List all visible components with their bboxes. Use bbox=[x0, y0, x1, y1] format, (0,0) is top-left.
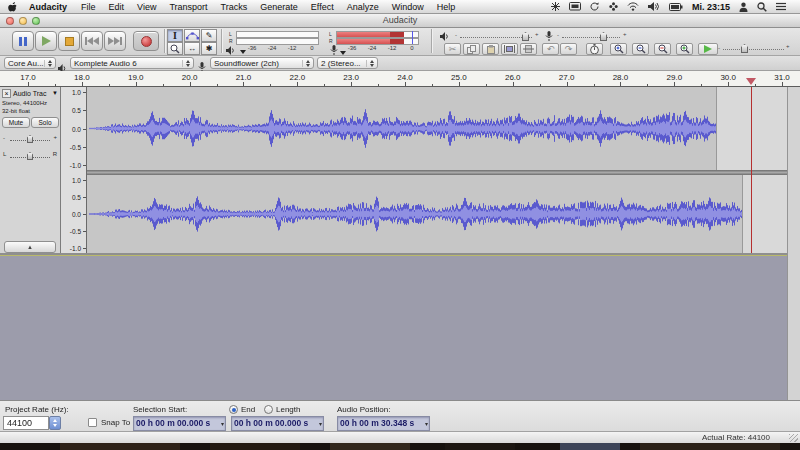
timeline-ruler[interactable]: 17.018.019.020.021.022.023.024.025.026.0… bbox=[0, 71, 800, 87]
envelope-tool-button[interactable] bbox=[184, 29, 200, 42]
menu-effect[interactable]: Effect bbox=[311, 2, 334, 12]
input-volume-thumb[interactable] bbox=[600, 32, 607, 41]
stop-button[interactable] bbox=[58, 31, 80, 51]
paste-icon bbox=[487, 45, 495, 54]
menu-analyze[interactable]: Analyze bbox=[347, 2, 379, 12]
sync-icon[interactable] bbox=[590, 2, 600, 11]
menu-edit[interactable]: Edit bbox=[109, 2, 125, 12]
field-dropdown-icon[interactable]: ▾ bbox=[319, 420, 322, 427]
track-menu-arrow-icon[interactable]: ▼ bbox=[52, 90, 58, 96]
play-at-speed-button[interactable] bbox=[698, 43, 718, 55]
skip-to-end-button[interactable] bbox=[104, 31, 126, 51]
timeline-label: 19.0 bbox=[128, 73, 144, 82]
solo-button[interactable]: Solo bbox=[31, 117, 59, 128]
menu-generate[interactable]: Generate bbox=[260, 2, 298, 12]
wifi-icon[interactable] bbox=[627, 2, 639, 11]
vertical-ruler-tick bbox=[83, 248, 86, 249]
paste-button[interactable] bbox=[482, 43, 499, 55]
zoom-in-button[interactable] bbox=[610, 43, 627, 55]
mute-button[interactable]: Mute bbox=[2, 117, 30, 128]
fit-project-button[interactable] bbox=[676, 43, 693, 55]
vertical-ruler-tick bbox=[83, 92, 86, 93]
rewind-icon bbox=[85, 37, 99, 45]
track-close-button[interactable]: × bbox=[2, 89, 11, 98]
field-dropdown-icon[interactable]: ▾ bbox=[425, 420, 428, 427]
trim-button[interactable] bbox=[501, 43, 518, 55]
undo-button[interactable]: ↶ bbox=[542, 43, 559, 55]
menu-file[interactable]: File bbox=[81, 2, 96, 12]
display-icon[interactable] bbox=[569, 2, 581, 11]
vertical-ruler[interactable]: 1.00.50.0-0.5-1.01.00.50.0-0.5-1.0 bbox=[61, 87, 87, 256]
time-shift-tool-button[interactable]: ↔ bbox=[184, 42, 200, 55]
fan-icon[interactable] bbox=[609, 2, 618, 11]
selection-end-field[interactable]: 00 h 00 m 00.000 s▾ bbox=[231, 416, 324, 431]
play-speed-thumb[interactable] bbox=[741, 44, 748, 53]
brightness-icon[interactable] bbox=[551, 2, 560, 11]
input-device-dropdown[interactable]: Soundflower (2ch) bbox=[210, 57, 314, 69]
timeline-major-tick bbox=[405, 82, 406, 86]
menu-window[interactable]: Window bbox=[392, 2, 424, 12]
playback-meter-left[interactable] bbox=[236, 31, 319, 38]
play-speed-slider[interactable] bbox=[723, 49, 784, 50]
selection-start-field[interactable]: 00 h 00 m 00.000 s▾ bbox=[133, 416, 226, 431]
field-dropdown-icon[interactable]: ▾ bbox=[221, 420, 224, 427]
waveform-channel-right[interactable] bbox=[87, 175, 787, 253]
menu-transport[interactable]: Transport bbox=[169, 2, 207, 12]
record-button[interactable] bbox=[133, 31, 159, 51]
record-meter-left[interactable] bbox=[336, 31, 419, 38]
meter-tick-label: -24 bbox=[368, 45, 377, 51]
track-name[interactable]: Audio Trac bbox=[13, 90, 46, 97]
timeline-major-tick bbox=[351, 82, 352, 86]
output-volume-thumb[interactable] bbox=[522, 32, 529, 41]
play-button[interactable] bbox=[35, 31, 57, 51]
menu-view[interactable]: View bbox=[137, 2, 156, 12]
snap-to-checkbox[interactable] bbox=[88, 418, 97, 427]
timeline-minor-tick bbox=[755, 84, 756, 86]
cut-button[interactable]: ✂ bbox=[444, 43, 461, 55]
spotlight-search-icon[interactable] bbox=[757, 2, 767, 12]
apple-menu-icon[interactable] bbox=[8, 1, 17, 12]
pan-slider-thumb[interactable] bbox=[27, 152, 33, 160]
draw-tool-button[interactable]: ✎ bbox=[201, 29, 217, 42]
project-rate-value[interactable]: 44100 bbox=[3, 416, 49, 430]
resize-grip[interactable] bbox=[789, 434, 798, 442]
audio-host-dropdown[interactable]: Core Au... bbox=[4, 57, 56, 69]
menu-help[interactable]: Help bbox=[437, 2, 456, 12]
vertical-scrollbar[interactable] bbox=[787, 87, 800, 400]
pause-button[interactable] bbox=[12, 31, 34, 51]
selection-tool-button[interactable]: I bbox=[167, 29, 183, 42]
silence-button[interactable] bbox=[520, 43, 537, 55]
notification-list-icon[interactable] bbox=[776, 2, 786, 11]
redo-button[interactable]: ↷ bbox=[560, 43, 577, 55]
output-volume-slider[interactable] bbox=[460, 37, 532, 38]
multi-tool-button[interactable]: ✱ bbox=[201, 42, 217, 55]
zoom-out-button[interactable] bbox=[632, 43, 649, 55]
battery-icon[interactable] bbox=[669, 3, 683, 11]
playback-meter-speaker-icon[interactable] bbox=[226, 46, 246, 55]
volume-icon[interactable] bbox=[648, 2, 660, 11]
playback-meter-right[interactable] bbox=[236, 38, 319, 45]
record-meter-mic-icon[interactable] bbox=[330, 45, 346, 56]
record-meter-right[interactable] bbox=[336, 38, 419, 45]
length-radio[interactable] bbox=[264, 405, 273, 414]
end-radio[interactable] bbox=[229, 405, 238, 414]
user-icon[interactable] bbox=[739, 2, 748, 12]
input-channels-dropdown[interactable]: 2 (Stereo... bbox=[317, 57, 378, 69]
empty-project-area[interactable] bbox=[0, 256, 787, 400]
audio-position-field[interactable]: 00 h 00 m 30.348 s▾ bbox=[337, 416, 430, 431]
waveform-channel-left[interactable] bbox=[87, 87, 787, 170]
skip-to-start-button[interactable] bbox=[81, 31, 103, 51]
timeline-major-tick bbox=[567, 82, 568, 86]
timer-button[interactable] bbox=[586, 43, 603, 55]
menu-bar-clock[interactable]: Mi. 23:15 bbox=[692, 2, 730, 12]
output-device-dropdown[interactable]: Komplete Audio 6 bbox=[70, 57, 194, 69]
gain-slider-thumb[interactable] bbox=[27, 135, 33, 143]
menu-app-name[interactable]: Audacity bbox=[29, 2, 67, 12]
track-collapse-button[interactable]: ▲ bbox=[4, 241, 56, 253]
copy-button[interactable] bbox=[463, 43, 480, 55]
input-volume-slider[interactable] bbox=[562, 37, 620, 38]
project-rate-stepper[interactable] bbox=[49, 416, 61, 430]
menu-tracks[interactable]: Tracks bbox=[221, 2, 248, 12]
fit-selection-button[interactable] bbox=[654, 43, 671, 55]
zoom-tool-button[interactable] bbox=[167, 42, 183, 55]
